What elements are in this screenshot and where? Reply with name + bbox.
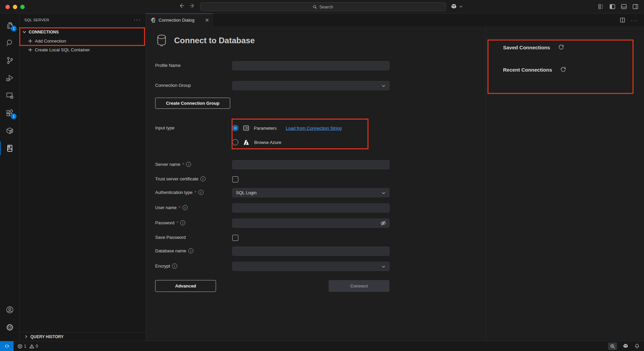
activity-bar: 1 1 xyxy=(0,14,20,341)
settings-gear-icon[interactable] xyxy=(0,320,19,335)
plus-icon xyxy=(28,39,32,43)
forward-icon[interactable] xyxy=(189,3,195,9)
remote-explorer-icon[interactable] xyxy=(0,88,19,103)
browse-azure-radio[interactable] xyxy=(232,139,238,145)
error-count: 1 xyxy=(24,344,26,349)
create-connection-group-button[interactable]: Create Connection Group xyxy=(155,98,230,109)
error-icon xyxy=(18,344,22,349)
info-icon[interactable]: i xyxy=(183,205,188,210)
explorer-icon[interactable]: 1 xyxy=(0,18,19,33)
warning-count: 0 xyxy=(36,344,38,349)
primary-sidebar: SQL SERVER ··· CONNECTIONS Add Connectio… xyxy=(20,14,146,341)
user-name-input[interactable] xyxy=(232,203,389,212)
connections-side-panel: Saved Connections Recent Connections xyxy=(486,26,644,341)
query-history-section-header[interactable]: QUERY HISTORY xyxy=(20,332,146,341)
server-name-input[interactable] xyxy=(232,160,389,169)
warning-icon xyxy=(29,344,34,349)
info-icon[interactable]: i xyxy=(188,248,193,253)
server-name-label: Server name xyxy=(155,162,180,167)
chevron-down-icon xyxy=(381,191,386,195)
profile-name-input[interactable] xyxy=(232,61,389,70)
refresh-saved-connections-icon[interactable] xyxy=(558,44,564,50)
command-center-search[interactable]: Search xyxy=(200,2,446,11)
sql-server-view-icon[interactable] xyxy=(0,141,19,156)
run-debug-icon[interactable] xyxy=(0,71,19,85)
problems-status[interactable]: 1 0 xyxy=(18,344,38,349)
encrypt-label: Encrypt xyxy=(155,264,170,269)
remote-indicator[interactable] xyxy=(0,341,14,351)
database-icon xyxy=(155,34,168,47)
info-icon[interactable]: i xyxy=(186,162,191,167)
copilot-status-icon[interactable] xyxy=(622,343,629,349)
notifications-bell-icon[interactable] xyxy=(634,343,640,349)
connection-group-label: Connection Group xyxy=(155,83,191,88)
chevron-down-icon xyxy=(22,30,26,34)
connections-section-header[interactable]: CONNECTIONS xyxy=(20,28,146,36)
parameters-option-label[interactable]: Parameters xyxy=(254,126,277,131)
extensions-icon[interactable]: 1 xyxy=(0,106,19,121)
encrypt-select[interactable] xyxy=(232,262,389,271)
save-password-label: Save Password xyxy=(155,235,186,240)
minimize-window-button[interactable] xyxy=(13,5,17,9)
browse-azure-option-label[interactable]: Browse Azure xyxy=(254,140,281,145)
containers-icon[interactable] xyxy=(0,123,19,138)
zoom-in-icon[interactable] xyxy=(608,343,617,350)
accounts-icon[interactable] xyxy=(0,302,19,317)
source-control-icon[interactable] xyxy=(0,53,19,68)
search-icon xyxy=(313,5,317,9)
toggle-password-visibility-icon[interactable] xyxy=(380,220,386,226)
user-name-label: User name xyxy=(155,205,177,210)
password-input[interactable] xyxy=(232,219,389,228)
editor-area: Connection Dialog ··· Connect to Databas… xyxy=(146,14,644,341)
editor-more-actions-icon[interactable]: ··· xyxy=(631,17,638,23)
tab-connection-dialog[interactable]: Connection Dialog xyxy=(146,14,213,26)
recent-connections-title: Recent Connections xyxy=(503,67,552,73)
maximize-window-button[interactable] xyxy=(20,5,25,9)
advanced-button[interactable]: Advanced xyxy=(155,280,216,292)
info-icon[interactable]: i xyxy=(180,220,185,225)
chevron-right-icon xyxy=(24,335,28,339)
sidebar-more-actions-icon[interactable]: ··· xyxy=(134,17,141,23)
auth-type-label: Authentication type xyxy=(155,190,193,195)
save-password-checkbox[interactable] xyxy=(232,235,238,241)
back-icon[interactable] xyxy=(178,3,185,9)
profile-name-label: Profile Name xyxy=(155,63,181,68)
info-icon[interactable]: i xyxy=(172,264,177,269)
search-placeholder: Search xyxy=(319,4,333,9)
chevron-down-icon xyxy=(381,265,386,269)
info-icon[interactable]: i xyxy=(198,190,204,195)
trust-cert-checkbox[interactable] xyxy=(232,176,238,182)
explorer-badge: 1 xyxy=(11,26,17,31)
connection-dialog-form: Connect to Database Profile Name Connect… xyxy=(146,26,486,341)
close-tab-icon[interactable] xyxy=(205,18,209,22)
database-name-label: Database name xyxy=(155,248,186,253)
copilot-icon[interactable] xyxy=(450,3,457,10)
chevron-down-icon xyxy=(381,84,386,88)
connect-button[interactable]: Connect xyxy=(329,280,389,292)
parameters-icon xyxy=(243,125,249,131)
load-from-connection-string-link[interactable]: Load from Connection String xyxy=(286,126,341,131)
parameters-radio[interactable] xyxy=(232,125,238,131)
info-icon[interactable]: i xyxy=(200,176,206,181)
sidebar-title: SQL SERVER xyxy=(24,18,49,22)
customize-layout-icon[interactable] xyxy=(598,3,604,10)
connection-group-select[interactable] xyxy=(232,81,389,90)
add-connection-item[interactable]: Add Connection xyxy=(20,36,146,45)
create-local-sql-container-item[interactable]: Create Local SQL Container xyxy=(20,45,146,54)
auth-type-select[interactable]: SQL Login xyxy=(232,188,389,197)
split-editor-icon[interactable] xyxy=(620,17,625,23)
search-view-icon[interactable] xyxy=(0,35,19,50)
toggle-secondary-sidebar-icon[interactable] xyxy=(632,3,639,10)
close-window-button[interactable] xyxy=(5,5,10,9)
status-bar: 1 0 xyxy=(0,341,644,351)
azure-icon xyxy=(243,139,250,146)
dialog-title: Connect to Database xyxy=(174,36,255,45)
input-type-label: Input type xyxy=(155,125,174,130)
database-name-input[interactable] xyxy=(232,247,389,256)
copilot-chevron-down-icon[interactable] xyxy=(459,5,463,8)
toggle-primary-sidebar-icon[interactable] xyxy=(609,3,616,10)
saved-connections-title: Saved Connections xyxy=(503,45,550,50)
title-bar: Search xyxy=(0,0,644,14)
refresh-recent-connections-icon[interactable] xyxy=(560,67,566,73)
toggle-panel-icon[interactable] xyxy=(621,3,627,10)
